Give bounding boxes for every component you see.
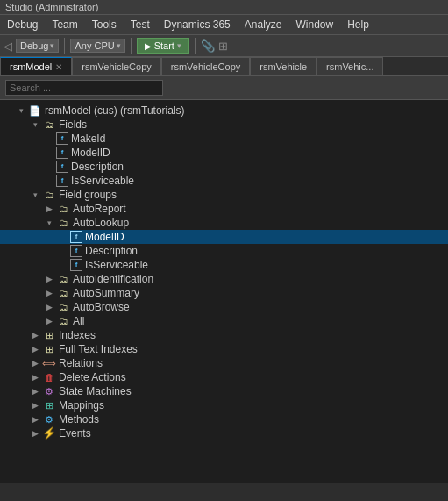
autolookup-icon: 🗂 (56, 217, 70, 229)
modelid-fields-icon: f (56, 147, 68, 159)
tree-statemachines[interactable]: ▶ ⚙ State Machines (0, 384, 448, 398)
tree-mappings[interactable]: ▶ ⊞ Mappings (0, 398, 448, 412)
toolbar-sep-2 (131, 38, 132, 54)
tree-description-autolookup[interactable]: f Description (0, 244, 448, 258)
tree-relations[interactable]: ▶ ⟺ Relations (0, 356, 448, 370)
tab-rsmmodel-label: rsmModel (10, 61, 52, 72)
debug-dropdown[interactable]: Debug ▾ (16, 39, 59, 53)
fields-expander[interactable]: ▾ (28, 120, 42, 129)
tree-autosummary[interactable]: ▶ 🗂 AutoSummary (0, 286, 448, 300)
modelid-fields-label: ModelID (71, 147, 110, 159)
tree-indexes[interactable]: ▶ ⊞ Indexes (0, 328, 448, 342)
menu-team[interactable]: Team (45, 17, 84, 32)
events-icon: ⚡ (42, 427, 56, 440)
deleteactions-expander[interactable]: ▶ (28, 373, 42, 382)
tree-deleteactions[interactable]: ▶ 🗑 Delete Actions (0, 370, 448, 384)
autoreport-label: AutoReport (73, 203, 126, 215)
methods-expander[interactable]: ▶ (28, 415, 42, 424)
relations-expander[interactable]: ▶ (28, 359, 42, 368)
toolbar-icon-2[interactable]: ⊞ (218, 39, 228, 53)
isserviceable-autolookup-icon: f (70, 259, 82, 271)
deleteactions-label: Delete Actions (59, 371, 126, 383)
search-input[interactable] (5, 80, 163, 96)
tree-description-fields[interactable]: f Description (0, 160, 448, 174)
autosummary-expander[interactable]: ▶ (42, 289, 56, 297)
tree-fields-folder[interactable]: ▾ 🗂 Fields (0, 118, 448, 132)
autoidentification-icon: 🗂 (56, 273, 70, 285)
back-icon[interactable]: ◁ (4, 39, 12, 53)
tree-fieldgroups-folder[interactable]: ▾ 🗂 Field groups (0, 188, 448, 202)
root-expander[interactable]: ▾ (14, 106, 28, 115)
tabs-bar: rsmModel ✕ rsmVehicleCopy rsmVehicleCopy… (0, 57, 448, 76)
all-expander[interactable]: ▶ (42, 317, 56, 326)
menu-debug[interactable]: Debug (0, 17, 45, 32)
tab-rsmvehic[interactable]: rsmVehic... (316, 57, 383, 75)
autoreport-expander[interactable]: ▶ (42, 204, 56, 213)
tab-rsmvehiclecopy-1[interactable]: rsmVehicleCopy (72, 57, 160, 75)
tree-autoidentification[interactable]: ▶ 🗂 AutoIdentification (0, 272, 448, 286)
search-container (0, 76, 448, 100)
all-icon: 🗂 (56, 315, 70, 327)
tree-modelid-autolookup[interactable]: f ModelID (0, 230, 448, 244)
fieldgroups-label: Field groups (59, 189, 117, 201)
indexes-label: Indexes (59, 329, 96, 341)
menu-help[interactable]: Help (340, 17, 376, 32)
autoidentification-label: AutoIdentification (73, 273, 153, 285)
title-bar: Studio (Administrator) (0, 0, 448, 15)
description-fields-icon: f (56, 161, 68, 173)
tree-events[interactable]: ▶ ⚡ Events (0, 426, 448, 440)
autoidentification-expander[interactable]: ▶ (42, 275, 56, 283)
attach-icon[interactable]: 📎 (201, 39, 215, 53)
root-icon: 📄 (28, 104, 42, 117)
tab-rsmmodel[interactable]: rsmModel ✕ (0, 57, 72, 75)
menu-dynamics365[interactable]: Dynamics 365 (157, 17, 238, 32)
modelid-autolookup-icon: f (70, 231, 82, 243)
tree-methods[interactable]: ▶ ⚙ Methods (0, 412, 448, 426)
fields-label: Fields (59, 118, 87, 131)
tab-rsmvehiclecopy-2[interactable]: rsmVehicleCopy (161, 57, 250, 75)
description-autolookup-label: Description (85, 245, 138, 257)
tree-autoreport[interactable]: ▶ 🗂 AutoReport (0, 202, 448, 216)
start-chevron: ▾ (177, 41, 181, 50)
tab-rsmvehicle[interactable]: rsmVehicle (250, 57, 316, 75)
tree-autolookup[interactable]: ▾ 🗂 AutoLookup (0, 216, 448, 230)
menu-bar: Debug Team Tools Test Dynamics 365 Analy… (0, 15, 448, 35)
title-text: Studio (Administrator) (5, 2, 98, 12)
all-label: All (73, 315, 84, 327)
cpu-dropdown[interactable]: Any CPU ▾ (70, 39, 124, 53)
tree-fulltextindexes[interactable]: ▶ ⊞ Full Text Indexes (0, 342, 448, 356)
modelid-autolookup-label: ModelID (85, 231, 124, 243)
indexes-expander[interactable]: ▶ (28, 331, 42, 340)
tab-rsmmodel-close[interactable]: ✕ (55, 62, 62, 72)
statemachines-expander[interactable]: ▶ (28, 387, 42, 396)
tree-makeid[interactable]: f MakeId (0, 132, 448, 146)
tab-rsmvehiclecopy-2-label: rsmVehicleCopy (171, 61, 240, 72)
tree-isserviceable-autolookup[interactable]: f IsServiceable (0, 258, 448, 272)
fieldgroups-expander[interactable]: ▾ (28, 190, 42, 199)
mappings-expander[interactable]: ▶ (28, 401, 42, 410)
tab-rsmvehiclecopy-1-label: rsmVehicleCopy (82, 61, 151, 72)
tree-all[interactable]: ▶ 🗂 All (0, 314, 448, 328)
tree-root[interactable]: ▾ 📄 rsmModel (cus) (rsmTutorials) (0, 104, 448, 118)
fulltextindexes-expander[interactable]: ▶ (28, 345, 42, 354)
menu-tools[interactable]: Tools (85, 17, 124, 32)
tree-autobrowse[interactable]: ▶ 🗂 AutoBrowse (0, 300, 448, 314)
menu-analyze[interactable]: Analyze (238, 17, 289, 32)
events-expander[interactable]: ▶ (28, 429, 42, 438)
tree-isserviceable-fields[interactable]: f IsServiceable (0, 174, 448, 188)
autolookup-expander[interactable]: ▾ (42, 218, 56, 227)
relations-icon: ⟺ (42, 357, 56, 369)
start-button[interactable]: ▶ Start ▾ (137, 38, 189, 54)
tree-modelid-fields[interactable]: f ModelID (0, 146, 448, 160)
isserviceable-fields-icon: f (56, 175, 68, 187)
description-fields-label: Description (71, 161, 124, 173)
indexes-icon: ⊞ (42, 329, 56, 341)
autobrowse-icon: 🗂 (56, 301, 70, 313)
menu-window[interactable]: Window (288, 17, 340, 32)
statemachines-label: State Machines (59, 385, 132, 397)
toolbar-sep-3 (195, 38, 196, 54)
makeid-label: MakeId (71, 132, 105, 145)
root-label: rsmModel (cus) (rsmTutorials) (45, 104, 185, 117)
autobrowse-expander[interactable]: ▶ (42, 303, 56, 311)
menu-test[interactable]: Test (124, 17, 157, 32)
